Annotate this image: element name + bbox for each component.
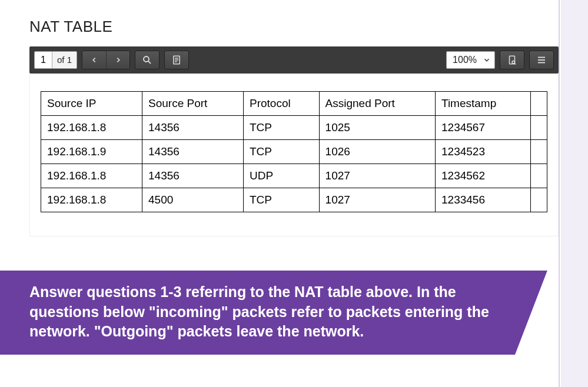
col-assigned-port: Assigned Port [319,92,435,116]
table-row: 192.168.1.8 14356 TCP 1025 1234567 [41,116,547,140]
table-row: 192.168.1.8 4500 TCP 1027 1233456 [41,188,547,212]
cell: 1234567 [436,116,531,140]
cell: 4500 [142,188,244,212]
cell: 1234562 [436,164,531,188]
cell: 1233456 [436,188,531,212]
content-wrapper: NAT TABLE of 1 100% [0,0,588,387]
cell-empty [531,140,547,164]
col-timestamp: Timestamp [436,92,531,116]
table-header-row: Source IP Source Port Protocol Assigned … [41,92,547,116]
table-row: 192.168.1.8 14356 UDP 1027 1234562 [41,164,547,188]
document-outline-icon [171,55,182,65]
next-page-button[interactable] [106,51,129,69]
page-total-label: of 1 [52,52,77,68]
menu-button[interactable] [529,51,554,69]
cell-empty [531,164,547,188]
document-toolbar: of 1 100% [29,46,559,74]
table-row: 192.168.1.9 14356 TCP 1026 1234523 [41,140,547,164]
cell: 14356 [142,116,244,140]
fit-page-icon [507,55,517,65]
page-of-prefix: of [57,55,67,65]
cell: 1027 [319,188,435,212]
cell: TCP [244,140,320,164]
cell: 192.168.1.9 [41,140,142,164]
cell: 14356 [142,164,244,188]
cell: 1025 [319,116,435,140]
nat-table: Source IP Source Port Protocol Assigned … [41,91,547,212]
zoom-select[interactable]: 100% [446,51,495,69]
cell: 1027 [319,164,435,188]
col-empty [531,92,547,116]
page-indicator: of 1 [34,51,77,69]
col-source-port: Source Port [142,92,244,116]
cell: 1026 [319,140,435,164]
prev-page-button[interactable] [82,51,106,69]
page-total: 1 [67,55,72,65]
fit-page-button[interactable] [500,51,524,69]
cell: TCP [244,188,320,212]
search-icon [142,55,152,65]
cell: UDP [244,164,320,188]
outline-button[interactable] [164,51,189,69]
page-nav-group [82,51,130,69]
chevron-right-icon [114,56,122,64]
cell-empty [531,116,547,140]
section-title: NAT TABLE [29,18,559,36]
col-protocol: Protocol [244,92,320,116]
chevron-left-icon [90,56,98,64]
cell: 192.168.1.8 [41,188,142,212]
page-number-input[interactable] [35,52,52,68]
cell: 192.168.1.8 [41,116,142,140]
cell: 192.168.1.8 [41,164,142,188]
hamburger-icon [536,55,547,65]
cell: 1234523 [436,140,531,164]
col-source-ip: Source IP [41,92,142,116]
cell-empty [531,188,547,212]
instruction-banner: Answer questions 1-3 referring to the NA… [0,271,547,355]
cell: TCP [244,116,320,140]
search-button[interactable] [135,51,160,69]
zoom-level-label: 100% [453,55,477,65]
svg-line-1 [148,61,151,64]
document-viewport: Source IP Source Port Protocol Assigned … [29,74,559,236]
svg-point-0 [144,56,149,62]
cell: 14356 [142,140,244,164]
chevron-down-icon [483,56,491,64]
